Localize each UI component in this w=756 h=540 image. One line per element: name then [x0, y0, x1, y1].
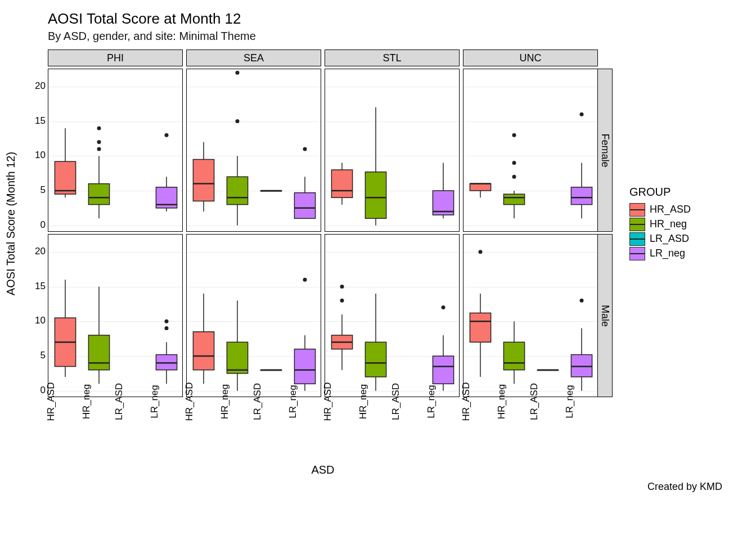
- box-HR_neg: [503, 342, 524, 370]
- x-tick-group: HR_ASDHR_negLR_ASDLR_neg: [48, 397, 183, 464]
- chart-title: AOSI Total Score at Month 12: [48, 10, 756, 28]
- outlier-point: [512, 133, 516, 137]
- box-HR_neg: [227, 177, 248, 204]
- box-HR_neg: [88, 335, 109, 370]
- legend-item-label: LR_neg: [650, 248, 685, 259]
- box-HR_ASD: [193, 160, 214, 201]
- chart-page: AOSI Total Score at Month 12 By ASD, gen…: [0, 0, 756, 540]
- outlier-point: [236, 119, 240, 123]
- legend-key-icon: [629, 203, 645, 217]
- y-tick: 0: [40, 219, 46, 231]
- legend-key-icon: [629, 232, 645, 246]
- legend-title: GROUP: [629, 186, 691, 199]
- box-HR_ASD: [470, 313, 490, 343]
- outlier-point: [442, 305, 446, 309]
- panel-Female-UNC: [463, 69, 598, 232]
- legend-key-icon: [629, 247, 645, 260]
- outlier-point: [580, 299, 584, 303]
- box-HR_neg: [227, 342, 248, 374]
- y-tick: 20: [35, 246, 46, 257]
- panel-svg: [48, 235, 183, 398]
- panel-Male-STL: [325, 234, 460, 397]
- legend-item-LR_neg: LR_neg: [629, 247, 691, 260]
- legend-item-label: LR_ASD: [650, 233, 689, 245]
- x-tick-LR_neg: LR_neg: [564, 385, 626, 418]
- box-HR_ASD: [470, 184, 490, 191]
- box-LR_neg: [571, 187, 592, 205]
- y-tick: 10: [35, 315, 46, 326]
- box-LR_neg: [433, 356, 453, 384]
- legend-item-label: HR_ASD: [650, 204, 691, 215]
- col-strip-PHI: PHI: [48, 50, 183, 66]
- box-HR_neg: [503, 194, 524, 205]
- y-tick: 10: [35, 150, 46, 161]
- legend-item-LR_ASD: LR_ASD: [629, 232, 691, 246]
- outlier-point: [303, 147, 307, 151]
- panel-svg: [48, 69, 183, 232]
- panel-Male-UNC: [463, 234, 598, 397]
- chart-subtitle: By ASD, gender, and site: Minimal Theme: [48, 30, 756, 43]
- outlier-point: [479, 250, 483, 254]
- y-axis: 0510152005101520: [22, 50, 48, 397]
- outlier-point: [340, 299, 344, 303]
- outlier-point: [512, 175, 516, 179]
- x-tick-group: HR_ASDHR_negLR_ASDLR_neg: [463, 397, 598, 464]
- panel-svg: [325, 235, 460, 398]
- panel-Female-SEA: [186, 69, 321, 232]
- panel-Male-PHI: [48, 234, 183, 397]
- outlier-point: [165, 133, 169, 137]
- panel-svg: [187, 69, 322, 232]
- row-strip-male-label: Male: [599, 305, 611, 327]
- col-strip-SEA: SEA: [186, 50, 321, 66]
- y-axis-label-text: AOSI Total Score (Month 12): [5, 152, 18, 295]
- y-tick: 5: [40, 184, 46, 196]
- panel-Female-PHI: [48, 69, 183, 232]
- legend-item-HR_neg: HR_neg: [629, 218, 691, 231]
- col-strip-UNC: UNC: [463, 50, 598, 66]
- row-strip-column: Female Male: [598, 50, 613, 397]
- panel-svg: [464, 235, 598, 398]
- legend-item-label: HR_neg: [650, 218, 687, 230]
- x-tick-area: HR_ASDHR_negLR_ASDLR_negHR_ASDHR_negLR_A…: [48, 397, 598, 464]
- facet-grid: PHISEASTLUNC: [48, 50, 598, 397]
- outlier-point: [512, 161, 516, 165]
- legend-item-HR_ASD: HR_ASD: [629, 203, 691, 217]
- x-tick-group: HR_ASDHR_negLR_ASDLR_neg: [186, 397, 321, 464]
- row-strip-female-label: Female: [599, 133, 611, 167]
- y-tick: 20: [35, 80, 46, 92]
- box-HR_ASD: [193, 332, 214, 370]
- legend: GROUP HR_ASDHR_negLR_ASDLR_neg: [629, 186, 691, 262]
- row-strip-female: Female: [598, 69, 613, 232]
- col-strip-STL: STL: [325, 50, 460, 66]
- panel-svg: [325, 69, 460, 232]
- outlier-point: [97, 127, 101, 130]
- box-LR_neg: [294, 349, 315, 384]
- box-HR_neg: [88, 184, 109, 205]
- x-tick-group: HR_ASDHR_negLR_ASDLR_neg: [325, 397, 460, 464]
- panel-Male-SEA: [186, 234, 321, 397]
- row-strip-male: Male: [598, 234, 613, 397]
- y-tick: 0: [40, 385, 46, 396]
- box-HR_ASD: [55, 161, 75, 194]
- box-HR_ASD: [331, 170, 352, 197]
- outlier-point: [165, 326, 169, 330]
- outlier-point: [97, 140, 101, 144]
- box-LR_neg: [294, 193, 315, 219]
- title-block: AOSI Total Score at Month 12 By ASD, gen…: [0, 10, 756, 43]
- box-HR_neg: [365, 172, 386, 219]
- chart-caption: Created by KMD: [0, 481, 756, 493]
- y-tick: 15: [35, 281, 46, 292]
- y-axis-label: AOSI Total Score (Month 12): [0, 50, 22, 397]
- panel-Female-STL: [325, 69, 460, 232]
- outlier-point: [236, 71, 240, 75]
- outlier-point: [97, 147, 101, 151]
- box-HR_neg: [365, 342, 386, 377]
- y-tick: 15: [35, 115, 46, 127]
- outlier-point: [580, 112, 584, 116]
- y-tick: 5: [40, 350, 46, 361]
- panel-svg: [464, 69, 598, 232]
- panel-svg: [187, 235, 322, 398]
- row-strip-spacer: [598, 50, 613, 66]
- outlier-point: [303, 278, 307, 282]
- legend-key-icon: [629, 218, 645, 231]
